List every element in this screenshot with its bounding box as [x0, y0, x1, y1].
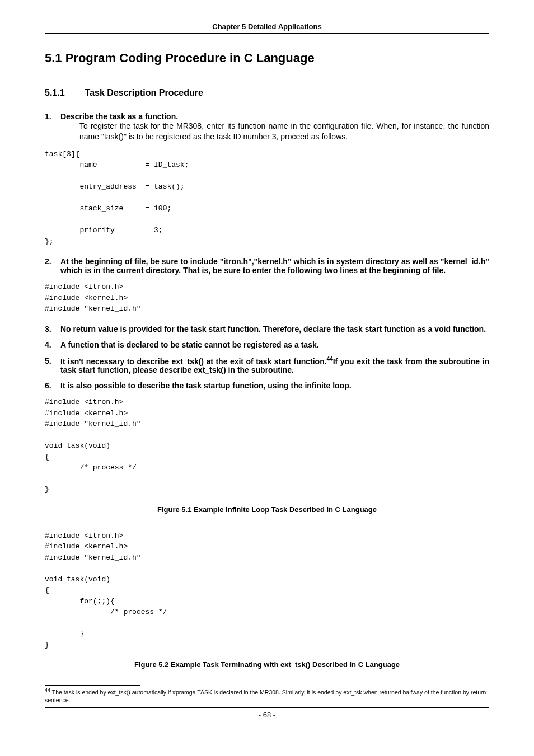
- list-number: 6.: [45, 381, 60, 390]
- footnote-ref: 44: [327, 356, 333, 362]
- list-heading: It isn't necessary to describe ext_tsk()…: [60, 356, 489, 375]
- page-number: - 68 -: [45, 707, 489, 719]
- code-block-void-task: #include <itron.h> #include <kernel.h> #…: [45, 397, 489, 495]
- figure-caption-2: Figure 5.2 Example Task Terminating with…: [45, 660, 489, 669]
- list-heading: No return value is provided for the task…: [60, 325, 489, 334]
- list-body: To register the task for the MR308, ente…: [79, 121, 489, 142]
- list-number: 2.: [45, 257, 60, 266]
- footnote-separator: [45, 685, 140, 686]
- footnote-text: The task is ended by ext_tsk() automatic…: [45, 689, 486, 703]
- list-heading: A function that is declared to be static…: [60, 340, 489, 349]
- list-number: 1.: [45, 112, 60, 121]
- footnote-number: 44: [45, 687, 50, 693]
- code-block-includes: #include <itron.h> #include <kernel.h> #…: [45, 281, 489, 314]
- list-number: 3.: [45, 325, 60, 334]
- figure-caption-1: Figure 5.1 Example Infinite Loop Task De…: [45, 505, 489, 514]
- code-block-task-config: task[3]{ name = ID_task; entry_address =…: [45, 149, 489, 247]
- list-heading: Describe the task as a function.: [60, 112, 489, 121]
- list-item-1: 1. Describe the task as a function. To r…: [45, 112, 489, 142]
- subsection-title: 5.1.1Task Description Procedure: [45, 88, 489, 98]
- list-item-3: 3. No return value is provided for the t…: [45, 325, 489, 334]
- list-number: 5.: [45, 356, 60, 365]
- list-item-2: 2. At the beginning of file, be sure to …: [45, 257, 489, 275]
- chapter-header: Chapter 5 Detailed Applications: [45, 22, 489, 34]
- list-heading: It is also possible to describe the task…: [60, 381, 489, 390]
- list-item-6: 6. It is also possible to describe the t…: [45, 381, 489, 390]
- subsection-name: Task Description Procedure: [85, 88, 203, 97]
- list-item-4: 4. A function that is declared to be sta…: [45, 340, 489, 349]
- subsection-number: 5.1.1: [45, 88, 65, 97]
- code-block-infinite-loop: #include <itron.h> #include <kernel.h> #…: [45, 530, 489, 651]
- list-item-5: 5. It isn't necessary to describe ext_ts…: [45, 356, 489, 375]
- list-heading: At the beginning of file, be sure to inc…: [60, 257, 489, 275]
- item5-text-a: It isn't necessary to describe ext_tsk()…: [60, 356, 327, 365]
- footnote: 44 The task is ended by ext_tsk() automa…: [45, 687, 489, 704]
- list-number: 4.: [45, 340, 60, 349]
- section-title: 5.1 Program Coding Procedure in C Langua…: [45, 51, 489, 65]
